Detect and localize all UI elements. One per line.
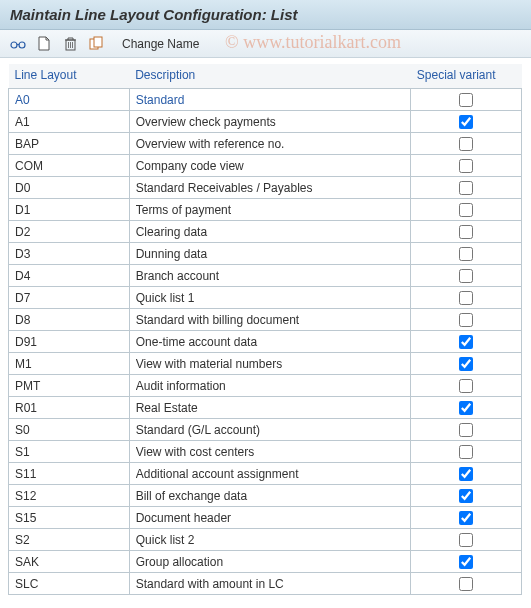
variant-checkbox[interactable]	[459, 181, 473, 195]
table-row	[9, 133, 522, 155]
new-button[interactable]	[34, 34, 54, 54]
table-row	[9, 353, 522, 375]
table-row	[9, 199, 522, 221]
table-row	[9, 243, 522, 265]
table-row	[9, 287, 522, 309]
page-title: Maintain Line Layout Configuration: List	[0, 0, 531, 30]
desc-input[interactable]	[130, 463, 411, 484]
code-input[interactable]	[9, 573, 129, 594]
page-icon	[38, 36, 51, 51]
variant-checkbox[interactable]	[459, 137, 473, 151]
variant-checkbox[interactable]	[459, 357, 473, 371]
desc-input[interactable]	[130, 397, 411, 418]
variant-checkbox[interactable]	[459, 423, 473, 437]
variant-checkbox[interactable]	[459, 159, 473, 173]
code-input[interactable]	[9, 309, 129, 330]
table-row	[9, 155, 522, 177]
table-row	[9, 441, 522, 463]
desc-input[interactable]	[130, 309, 411, 330]
desc-input[interactable]	[130, 221, 411, 242]
desc-input[interactable]	[130, 243, 411, 264]
code-input[interactable]	[9, 397, 129, 418]
table-row	[9, 507, 522, 529]
variant-checkbox[interactable]	[459, 203, 473, 217]
table-row	[9, 177, 522, 199]
variant-checkbox[interactable]	[459, 115, 473, 129]
code-input[interactable]	[9, 243, 129, 264]
code-input[interactable]	[9, 111, 129, 132]
toolbar: Change Name	[0, 30, 531, 58]
desc-input[interactable]	[130, 507, 411, 528]
desc-input[interactable]	[130, 111, 411, 132]
variant-checkbox[interactable]	[459, 445, 473, 459]
details-button[interactable]	[8, 34, 28, 54]
desc-input[interactable]	[130, 155, 411, 176]
desc-input[interactable]	[130, 133, 411, 154]
col-header-desc[interactable]: Description	[129, 64, 411, 89]
variant-checkbox[interactable]	[459, 533, 473, 547]
copy-icon	[89, 36, 104, 51]
col-header-variant[interactable]: Special variant	[411, 64, 522, 89]
variant-checkbox[interactable]	[459, 401, 473, 415]
variant-checkbox[interactable]	[459, 555, 473, 569]
variant-checkbox[interactable]	[459, 269, 473, 283]
variant-checkbox[interactable]	[459, 335, 473, 349]
table-row	[9, 573, 522, 595]
code-input[interactable]	[9, 177, 129, 198]
variant-checkbox[interactable]	[459, 313, 473, 327]
code-input[interactable]	[9, 441, 129, 462]
code-input[interactable]	[9, 89, 129, 110]
code-input[interactable]	[9, 375, 129, 396]
code-input[interactable]	[9, 199, 129, 220]
desc-input[interactable]	[130, 177, 411, 198]
table-row	[9, 111, 522, 133]
code-input[interactable]	[9, 485, 129, 506]
table-row	[9, 309, 522, 331]
desc-input[interactable]	[130, 199, 411, 220]
code-input[interactable]	[9, 331, 129, 352]
desc-input[interactable]	[130, 89, 411, 110]
variant-checkbox[interactable]	[459, 225, 473, 239]
desc-input[interactable]	[130, 485, 411, 506]
table-row	[9, 331, 522, 353]
layout-table: Line Layout Description Special variant	[8, 64, 522, 595]
code-input[interactable]	[9, 155, 129, 176]
code-input[interactable]	[9, 529, 129, 550]
col-header-code[interactable]: Line Layout	[9, 64, 130, 89]
variant-checkbox[interactable]	[459, 467, 473, 481]
code-input[interactable]	[9, 287, 129, 308]
code-input[interactable]	[9, 221, 129, 242]
copy-button[interactable]	[86, 34, 106, 54]
variant-checkbox[interactable]	[459, 93, 473, 107]
glasses-icon	[10, 38, 26, 50]
variant-checkbox[interactable]	[459, 291, 473, 305]
desc-input[interactable]	[130, 375, 411, 396]
table-row	[9, 265, 522, 287]
desc-input[interactable]	[130, 265, 411, 286]
desc-input[interactable]	[130, 331, 411, 352]
svg-point-1	[19, 42, 25, 48]
desc-input[interactable]	[130, 441, 411, 462]
desc-input[interactable]	[130, 551, 411, 572]
variant-checkbox[interactable]	[459, 489, 473, 503]
code-input[interactable]	[9, 507, 129, 528]
table-row	[9, 551, 522, 573]
code-input[interactable]	[9, 133, 129, 154]
desc-input[interactable]	[130, 287, 411, 308]
desc-input[interactable]	[130, 529, 411, 550]
variant-checkbox[interactable]	[459, 577, 473, 591]
code-input[interactable]	[9, 463, 129, 484]
variant-checkbox[interactable]	[459, 379, 473, 393]
table-row	[9, 221, 522, 243]
code-input[interactable]	[9, 265, 129, 286]
desc-input[interactable]	[130, 419, 411, 440]
code-input[interactable]	[9, 353, 129, 374]
delete-button[interactable]	[60, 34, 80, 54]
desc-input[interactable]	[130, 573, 411, 594]
code-input[interactable]	[9, 551, 129, 572]
code-input[interactable]	[9, 419, 129, 440]
variant-checkbox[interactable]	[459, 247, 473, 261]
variant-checkbox[interactable]	[459, 511, 473, 525]
change-name-button[interactable]: Change Name	[118, 35, 203, 53]
desc-input[interactable]	[130, 353, 411, 374]
